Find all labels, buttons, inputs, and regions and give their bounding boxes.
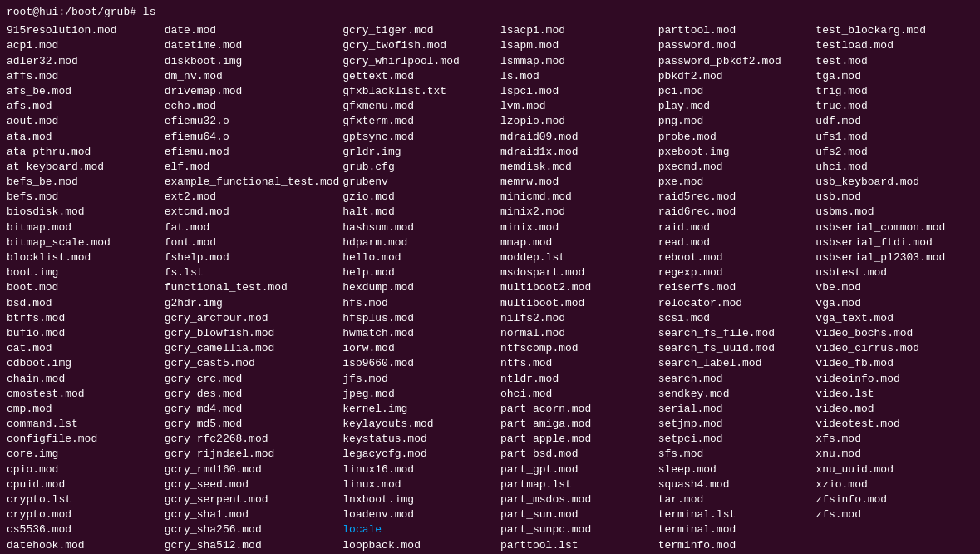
- list-item: gcry_blowfish.mod: [165, 326, 343, 341]
- list-item: pxeboot.img: [658, 145, 816, 160]
- list-item: gcry_md5.mod: [165, 417, 343, 432]
- list-item: elf.mod: [165, 160, 343, 175]
- list-item: crypto.lst: [7, 492, 165, 507]
- list-item: ntldr.mod: [500, 372, 658, 387]
- list-item: part_bsd.mod: [500, 447, 658, 462]
- list-item: efiemu32.o: [165, 114, 343, 129]
- list-item: lsmmap.mod: [500, 54, 658, 69]
- list-item: hfsplus.mod: [342, 311, 500, 326]
- list-item: raid6rec.mod: [658, 205, 816, 220]
- list-item: video_bochs.mod: [815, 326, 973, 341]
- list-item: ata.mod: [7, 130, 165, 145]
- list-item: normal.mod: [500, 326, 658, 341]
- list-item: crypto.mod: [7, 507, 165, 522]
- list-item: gzio.mod: [342, 190, 500, 205]
- list-item: password.mod: [658, 38, 816, 53]
- list-item: configfile.mod: [7, 432, 165, 447]
- list-item: png.mod: [658, 114, 816, 129]
- list-item: ls.mod: [500, 69, 658, 84]
- list-item: gcry_sha512.mod: [165, 538, 343, 553]
- list-item: videotest.mod: [815, 417, 973, 432]
- list-item: terminal.lst: [658, 507, 816, 522]
- list-item: iso9660.mod: [342, 356, 500, 371]
- top-prompt-line: root@hui:/boot/grub# ls: [7, 5, 973, 20]
- list-item: adler32.mod: [7, 54, 165, 69]
- list-item: diskboot.img: [165, 54, 343, 69]
- list-item: functional_test.mod: [165, 280, 343, 295]
- list-item: usb.mod: [815, 190, 973, 205]
- list-item: minix.mod: [500, 220, 658, 235]
- list-item: search.mod: [658, 372, 816, 387]
- list-item: gcry_cast5.mod: [165, 356, 343, 371]
- list-item: grldr.img: [342, 145, 500, 160]
- list-item: play.mod: [658, 99, 816, 114]
- list-item: multiboot2.mod: [500, 280, 658, 295]
- list-item: kernel.img: [342, 402, 500, 417]
- list-item: gcry_sha1.mod: [165, 507, 343, 522]
- list-item: lsapm.mod: [500, 38, 658, 53]
- list-item: hello.mod: [342, 250, 500, 265]
- list-item: test_blockarg.mod: [815, 23, 973, 38]
- list-item: raid5rec.mod: [658, 190, 816, 205]
- list-item: gcry_camellia.mod: [165, 341, 343, 356]
- list-item: xnu.mod: [815, 447, 973, 462]
- list-item: minix2.mod: [500, 205, 658, 220]
- list-item: pxe.mod: [658, 175, 816, 190]
- list-item: gcry_whirlpool.mod: [342, 54, 500, 69]
- list-item: zfsinfo.mod: [815, 492, 973, 507]
- list-item: lvm.mod: [500, 99, 658, 114]
- list-item: datehook.mod: [7, 538, 165, 553]
- list-item: cdboot.img: [7, 356, 165, 371]
- list-item: boot.img: [7, 265, 165, 280]
- list-item: part_sun.mod: [500, 507, 658, 522]
- list-item: ufs2.mod: [815, 145, 973, 160]
- list-item: pxecmd.mod: [658, 160, 816, 175]
- list-item: gcry_crc.mod: [165, 372, 343, 387]
- list-item: 915resolution.mod: [7, 23, 165, 38]
- list-item: parttool.lst: [500, 538, 658, 553]
- list-item: usbserial_pl2303.mod: [815, 250, 973, 265]
- list-item: boot.mod: [7, 280, 165, 295]
- list-item: befs_be.mod: [7, 175, 165, 190]
- list-item: usbms.mod: [815, 205, 973, 220]
- list-item: vga.mod: [815, 296, 973, 311]
- list-item: udf.mod: [815, 114, 973, 129]
- list-item: msdospart.mod: [500, 265, 658, 280]
- list-item: afs.mod: [7, 99, 165, 114]
- list-item: gcry_serpent.mod: [165, 492, 343, 507]
- list-item: pbkdf2.mod: [658, 69, 816, 84]
- list-item: videoinfo.mod: [815, 372, 973, 387]
- list-item: extcmd.mod: [165, 205, 343, 220]
- list-item: keystatus.mod: [342, 432, 500, 447]
- list-item: zfs.mod: [815, 507, 973, 522]
- list-item: grub.cfg: [342, 160, 500, 175]
- list-item: xzio.mod: [815, 477, 973, 492]
- list-item: vbe.mod: [815, 280, 973, 295]
- list-item: gcry_rijndael.mod: [165, 447, 343, 462]
- list-item: uhci.mod: [815, 160, 973, 175]
- list-item: mmap.mod: [500, 235, 658, 250]
- list-item: acpi.mod: [7, 38, 165, 53]
- list-item: cmostest.mod: [7, 387, 165, 402]
- list-item: usbtest.mod: [815, 265, 973, 280]
- list-item: gcry_rmd160.mod: [165, 462, 343, 477]
- list-item: search_fs_uuid.mod: [658, 341, 816, 356]
- list-item: probe.mod: [658, 130, 816, 145]
- list-item: fat.mod: [165, 220, 343, 235]
- list-item: sendkey.mod: [658, 387, 816, 402]
- list-item: at_keyboard.mod: [7, 160, 165, 175]
- list-item: font.mod: [165, 235, 343, 250]
- list-item: lzopio.mod: [500, 114, 658, 129]
- list-item: setjmp.mod: [658, 417, 816, 432]
- list-item: hashsum.mod: [342, 220, 500, 235]
- list-item: part_gpt.mod: [500, 462, 658, 477]
- list-item: cpuid.mod: [7, 477, 165, 492]
- list-item: serial.mod: [658, 402, 816, 417]
- list-item: cpio.mod: [7, 462, 165, 477]
- list-item: biosdisk.mod: [7, 205, 165, 220]
- list-item: multiboot.mod: [500, 296, 658, 311]
- list-item: relocator.mod: [658, 296, 816, 311]
- list-item: efiemu.mod: [165, 145, 343, 160]
- list-item: bufio.mod: [7, 326, 165, 341]
- list-item: ntfscomp.mod: [500, 341, 658, 356]
